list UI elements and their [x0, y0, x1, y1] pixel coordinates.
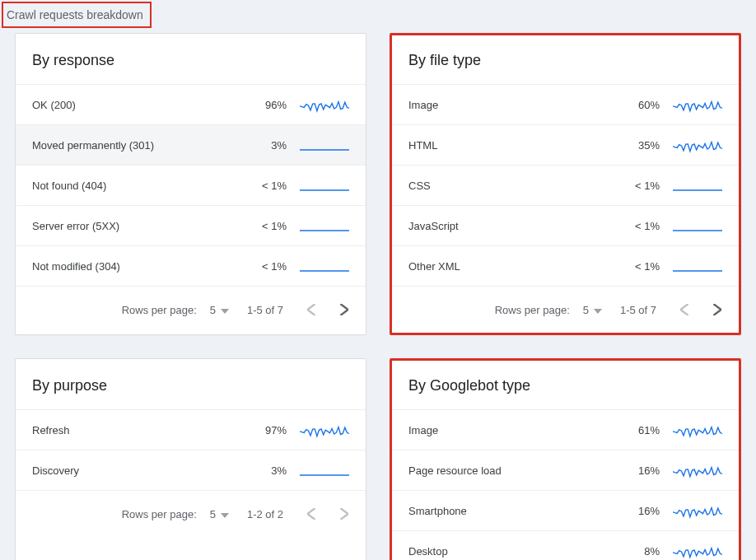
row-percent: 61%: [620, 424, 660, 436]
table-row[interactable]: Moved permanently (301)3%: [16, 124, 366, 165]
pager: Rows per page: 5 1-5 of 7: [16, 286, 366, 333]
row-label: Not modified (304): [32, 260, 247, 273]
sparkline-chart: [673, 96, 722, 113]
row-label: Refresh: [32, 424, 247, 436]
sparkline-chart: [300, 96, 349, 113]
sparkline-chart: [300, 258, 349, 274]
row-percent: < 1%: [620, 180, 660, 192]
table-row[interactable]: Refresh97%: [16, 409, 366, 450]
sparkline-chart: [673, 462, 722, 478]
sparkline-chart: [673, 177, 722, 194]
card-by-file-type: By file type Image60%HTML35%CSS< 1%JavaS…: [390, 33, 741, 335]
pager-range: 1-2 of 2: [242, 508, 288, 520]
rows-per-page-label: Rows per page:: [408, 304, 570, 316]
rows-per-page-label: Rows per page:: [32, 508, 197, 520]
table-row[interactable]: Discovery3%: [16, 450, 366, 490]
card-title: By file type: [392, 35, 739, 84]
row-label: Desktop: [408, 545, 620, 558]
row-percent: 3%: [247, 464, 287, 477]
table-row[interactable]: Image61%: [392, 409, 739, 450]
sparkline-chart: [300, 137, 349, 153]
table-row[interactable]: Server error (5XX)< 1%: [16, 205, 366, 245]
row-percent: 97%: [247, 424, 287, 436]
row-percent: < 1%: [247, 260, 287, 273]
card-rows: OK (200)96%Moved permanently (301)3%Not …: [16, 84, 366, 286]
row-label: Server error (5XX): [32, 220, 247, 232]
row-label: HTML: [408, 139, 620, 152]
rows-per-page-value: 5: [583, 304, 589, 316]
row-percent: 16%: [620, 464, 660, 477]
sparkline-chart: [673, 422, 722, 438]
row-percent: < 1%: [620, 260, 660, 273]
prev-page-button[interactable]: [301, 504, 321, 524]
sparkline-chart: [673, 217, 722, 234]
row-percent: < 1%: [247, 180, 287, 192]
row-label: Image: [408, 424, 620, 436]
next-page-button[interactable]: [707, 300, 727, 320]
row-label: OK (200): [32, 99, 247, 111]
row-percent: < 1%: [620, 220, 660, 232]
row-label: Smartphone: [408, 505, 620, 517]
row-label: Page resource load: [408, 464, 620, 477]
card-by-googlebot-type: By Googlebot type Image61%Page resource …: [390, 358, 741, 560]
row-percent: 16%: [620, 505, 660, 517]
row-percent: 60%: [620, 99, 660, 111]
prev-page-button[interactable]: [674, 300, 694, 320]
table-row[interactable]: Other XML< 1%: [392, 245, 739, 286]
row-percent: 35%: [620, 139, 660, 152]
card-rows: Image61%Page resource load16%Smartphone1…: [392, 409, 739, 560]
table-row[interactable]: Not modified (304)< 1%: [16, 245, 366, 286]
table-row[interactable]: Desktop8%: [392, 530, 739, 560]
row-percent: 96%: [247, 99, 287, 111]
card-by-purpose: By purpose Refresh97%Discovery3% Rows pe…: [15, 358, 366, 560]
prev-page-button[interactable]: [301, 300, 321, 320]
row-label: Other XML: [408, 260, 620, 273]
rows-per-page-value: 5: [210, 508, 216, 520]
row-label: CSS: [408, 180, 620, 192]
rows-per-page-select[interactable]: 5: [583, 304, 602, 316]
row-percent: 8%: [620, 545, 660, 558]
table-row[interactable]: JavaScript< 1%: [392, 205, 739, 245]
sparkline-chart: [300, 217, 349, 234]
table-row[interactable]: Not found (404)< 1%: [16, 165, 366, 205]
pager: Rows per page: 5 1-5 of 7: [392, 286, 739, 333]
card-title: By Googlebot type: [392, 361, 739, 409]
rows-per-page-label: Rows per page:: [32, 304, 197, 316]
sparkline-chart: [300, 462, 349, 478]
table-row[interactable]: Page resource load16%: [392, 450, 739, 490]
row-label: Image: [408, 99, 620, 111]
sparkline-chart: [673, 137, 722, 153]
table-row[interactable]: Smartphone16%: [392, 490, 739, 530]
sparkline-chart: [300, 177, 349, 194]
chevron-down-icon: [221, 508, 229, 520]
card-title: By purpose: [16, 359, 366, 409]
next-page-button[interactable]: [334, 300, 354, 320]
sparkline-chart: [673, 543, 722, 559]
rows-per-page-select[interactable]: 5: [210, 304, 229, 316]
row-label: Moved permanently (301): [32, 139, 247, 152]
row-label: JavaScript: [408, 220, 620, 232]
row-label: Not found (404): [32, 180, 247, 192]
sparkline-chart: [673, 502, 722, 519]
table-row[interactable]: Image60%: [392, 84, 739, 124]
pager-range: 1-5 of 7: [615, 304, 661, 316]
card-title: By response: [16, 34, 366, 84]
card-rows: Refresh97%Discovery3%: [16, 409, 366, 490]
table-row[interactable]: CSS< 1%: [392, 165, 739, 205]
sparkline-chart: [300, 422, 349, 438]
chevron-down-icon: [594, 304, 602, 316]
card-by-response: By response OK (200)96%Moved permanently…: [15, 33, 366, 335]
pager-range: 1-5 of 7: [242, 304, 288, 316]
page-title: Crawl requests breakdown: [2, 2, 152, 28]
rows-per-page-value: 5: [210, 304, 216, 316]
table-row[interactable]: OK (200)96%: [16, 84, 366, 124]
table-row[interactable]: HTML35%: [392, 124, 739, 165]
card-rows: Image60%HTML35%CSS< 1%JavaScript< 1%Othe…: [392, 84, 739, 286]
next-page-button[interactable]: [334, 504, 354, 524]
row-percent: 3%: [247, 139, 287, 152]
pager: Rows per page: 5 1-2 of 2: [16, 490, 366, 537]
row-percent: < 1%: [247, 220, 287, 232]
row-label: Discovery: [32, 464, 247, 477]
rows-per-page-select[interactable]: 5: [210, 508, 229, 520]
chevron-down-icon: [221, 304, 229, 316]
